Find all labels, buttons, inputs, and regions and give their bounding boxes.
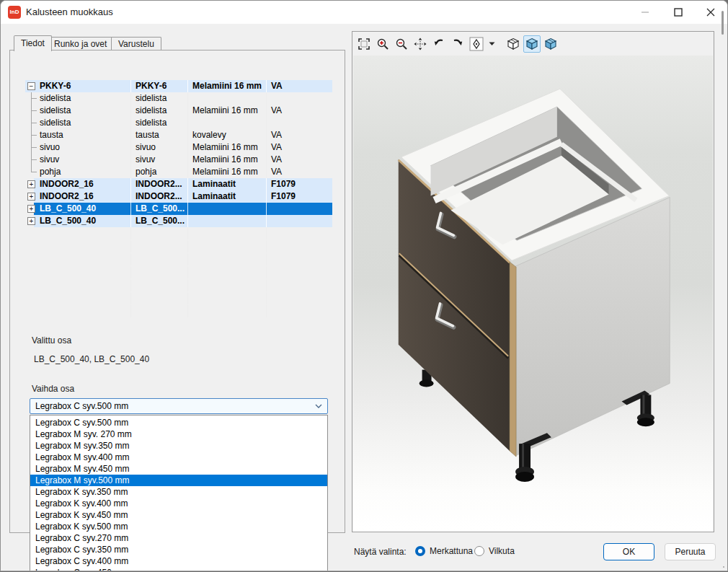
table-row[interactable]: +LB_C_500_40LB_C_500... (25, 215, 332, 227)
table-cell (267, 203, 332, 215)
zoom-out-icon[interactable] (393, 35, 410, 53)
table-cell (131, 227, 188, 239)
table-cell: F1079 (267, 190, 332, 203)
table-row[interactable]: sivuosivuoMelamiini 16 mmVA (25, 141, 332, 154)
table-cell: Laminaatit (188, 190, 267, 203)
table-cell (188, 227, 267, 239)
title-bar[interactable]: InD Kalusteen muokkaus (1, 1, 727, 24)
dropdown-option[interactable]: Legrabox K syv.400 mm (30, 498, 327, 509)
expand-expander-icon[interactable]: + (27, 193, 35, 201)
table-cell: Melamiini 16 mm (188, 80, 267, 92)
table-empty-row (25, 292, 332, 305)
zoom-in-icon[interactable] (374, 35, 391, 53)
expand-expander-icon[interactable]: + (27, 205, 35, 213)
dropdown-option[interactable]: Legrabox M syv.400 mm (30, 452, 327, 463)
dropdown-option[interactable]: Legrabox C syv.450 mm (30, 567, 327, 571)
table-row[interactable]: +LB_C_500_40LB_C_500... (25, 203, 332, 215)
table-cell: VA (267, 129, 332, 141)
view-mode-solid-icon[interactable] (523, 35, 541, 53)
radio-selected-icon[interactable] (415, 546, 425, 556)
table-cell (188, 266, 267, 278)
maximize-icon (674, 8, 683, 17)
table-cell (267, 266, 332, 278)
dropdown-option[interactable]: Legrabox M syv.450 mm (30, 463, 327, 475)
rotate-cw-icon[interactable] (430, 35, 448, 53)
table-cell: Melamiini 16 mm (188, 154, 267, 166)
table-cell (267, 292, 332, 304)
table-cell: Laminaatit (188, 178, 267, 190)
dialog-window: InD Kalusteen muokkaus Tiedot Runko ja o… (0, 0, 728, 571)
table-cell: INDOOR2... (131, 178, 188, 190)
table-cell: Melamiini 16 mm (188, 166, 267, 178)
expand-expander-icon[interactable]: + (27, 217, 35, 225)
view-toolbar (355, 35, 559, 53)
dropdown-option[interactable]: Legrabox M syv.350 mm (30, 440, 327, 452)
table-cell: sivuo (131, 141, 188, 154)
table-empty-row (25, 227, 332, 240)
table-cell: VA (267, 166, 332, 178)
table-cell: PKKY-6 (131, 80, 188, 92)
center-view-icon[interactable] (468, 35, 485, 53)
dropdown-option[interactable]: Legrabox K syv.350 mm (30, 486, 327, 498)
dropdown-option[interactable]: Legrabox C syv.400 mm (30, 555, 327, 567)
minimize-button[interactable] (629, 1, 662, 24)
table-row[interactable]: sidelistasidelistaMelamiini 16 mmVA (25, 105, 332, 117)
table-row[interactable]: −PKKY-6PKKY-6Melamiini 16 mmVA (25, 80, 332, 92)
radio-unselected-icon[interactable] (474, 546, 484, 556)
dropdown-option[interactable]: Legrabox C syv.270 mm (30, 532, 327, 544)
dropdown-scrollbar-thumb[interactable] (722, 11, 724, 35)
tab-runko-ja-ovet[interactable]: Runko ja ovet (47, 37, 114, 51)
table-cell: VA (267, 105, 332, 117)
table-cell: Melamiini 16 mm (188, 141, 267, 154)
radio-vilkuta[interactable]: Vilkuta (474, 546, 515, 556)
table-row[interactable]: sivuvsivuvMelamiini 16 mmVA (25, 154, 332, 166)
dropdown-option[interactable]: Legrabox C syv.500 mm (30, 417, 327, 428)
table-cell (267, 227, 332, 239)
table-cell (131, 305, 188, 317)
table-row[interactable]: +INDOOR2_16INDOOR2...LaminaatitF1079 (25, 178, 332, 190)
rotate-ccw-icon[interactable] (449, 35, 466, 53)
resize-grip[interactable] (723, 566, 724, 568)
ok-button[interactable]: OK (603, 543, 654, 560)
selected-part-group-label: Valittu osa (30, 335, 74, 346)
table-row[interactable]: taustataustakovalevyVA (25, 129, 332, 141)
table-empty-row (25, 305, 332, 318)
tab-tiedot[interactable]: Tiedot (14, 35, 52, 51)
view-mode-wireframe-icon[interactable] (505, 35, 522, 53)
collapse-expander-icon[interactable]: − (27, 82, 35, 90)
table-row[interactable]: sidelistasidelista (25, 117, 332, 129)
center-view-dropdown-icon[interactable] (487, 35, 497, 53)
dropdown-option[interactable]: Legrabox M syv.500 mm (30, 475, 327, 486)
table-row[interactable]: +INDOOR2_16INDOOR2...LaminaatitF1079 (25, 190, 332, 203)
table-cell (25, 266, 131, 278)
dropdown-option[interactable]: Legrabox M syv. 270 mm (30, 428, 327, 440)
table-cell: pohja (25, 166, 131, 178)
dropdown-option[interactable]: Legrabox K syv.500 mm (30, 521, 327, 532)
expand-expander-icon[interactable]: + (27, 180, 35, 188)
table-cell: sidelista (131, 105, 188, 117)
table-cell (267, 253, 332, 265)
tree-tick (31, 172, 37, 172)
table-cell: VA (267, 154, 332, 166)
show-selection-label: Näytä valinta: (354, 547, 407, 557)
cancel-button[interactable]: Peruuta (665, 543, 716, 560)
table-cell (267, 215, 332, 227)
tree-tick (31, 110, 37, 111)
maximize-button[interactable] (662, 1, 695, 24)
table-cell (131, 266, 188, 278)
table-cell (131, 253, 188, 265)
3d-viewport[interactable] (353, 56, 713, 532)
table-cell (131, 279, 188, 291)
dropdown-option[interactable]: Legrabox K syv.450 mm (30, 509, 327, 521)
fit-view-icon[interactable] (355, 35, 373, 53)
table-cell (188, 215, 267, 227)
dropdown-option[interactable]: Legrabox C syv.350 mm (30, 544, 327, 555)
replace-part-combobox[interactable]: Legrabox C syv.500 mm (30, 398, 328, 414)
pan-icon[interactable] (412, 35, 429, 53)
replace-part-group-label: Vaihda osa (30, 384, 76, 394)
table-row[interactable]: pohjapohjaMelamiini 16 mmVA (25, 166, 332, 178)
view-mode-solid-alt-icon[interactable] (542, 35, 559, 53)
table-row[interactable]: sidelistasidelista (25, 92, 332, 105)
tab-varustelu[interactable]: Varustelu (111, 37, 161, 51)
radio-merkattuna[interactable]: Merkattuna (415, 546, 473, 556)
